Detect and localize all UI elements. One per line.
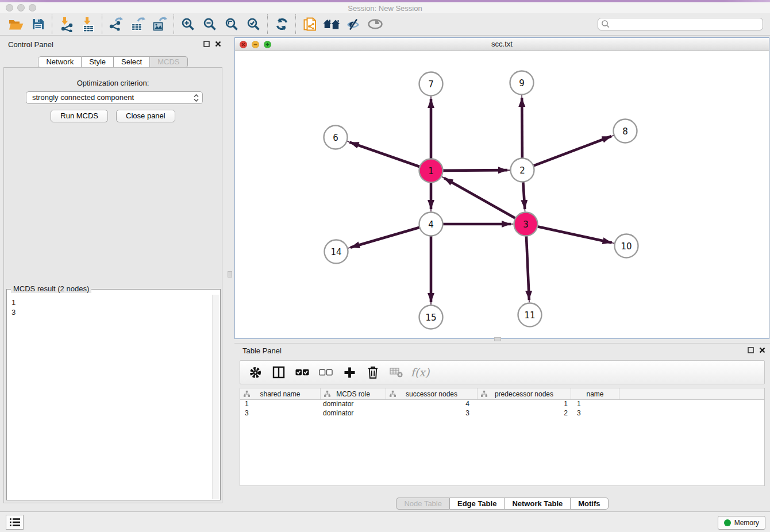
graph-edge[interactable] (444, 178, 515, 218)
show-columns-button[interactable] (272, 365, 286, 379)
memory-button[interactable]: Memory (718, 516, 765, 530)
zoom-fit-button[interactable] (222, 15, 241, 33)
node-table: shared name MCDS role successor nodes (240, 388, 765, 486)
graph-node-2[interactable]: 2 (511, 159, 534, 182)
float-panel-icon[interactable] (748, 347, 754, 353)
tab-motifs[interactable]: Motifs (571, 498, 608, 510)
close-panel-button[interactable]: Close panel (116, 110, 175, 122)
column-header-shared-name[interactable]: shared name (240, 388, 321, 399)
tab-style[interactable]: Style (82, 56, 114, 68)
select-all-button[interactable] (295, 365, 309, 379)
table-header-row[interactable]: shared name MCDS role successor nodes (240, 388, 764, 400)
mcds-result-title: MCDS result (2 nodes) (11, 284, 91, 293)
tab-network-table[interactable]: Network Table (505, 498, 571, 510)
graph-node-8[interactable]: 8 (614, 119, 637, 143)
mcds-result-group: MCDS result (2 nodes) 13 (6, 284, 221, 500)
control-panel-title: Control Panel (8, 40, 53, 49)
import-table-icon (81, 17, 95, 32)
import-network-icon (59, 17, 74, 32)
task-history-button[interactable] (6, 515, 24, 530)
table-row[interactable]: 3dominator323 (240, 409, 764, 418)
control-panel: Control Panel Network Style Select MCDS … (0, 37, 226, 506)
graph-node-6[interactable]: 6 (324, 126, 348, 149)
search-input[interactable] (610, 19, 763, 29)
hide-graphics-button[interactable] (344, 15, 363, 33)
duplicate-network-button[interactable] (301, 15, 319, 33)
close-panel-icon[interactable] (759, 347, 765, 353)
graph-edge[interactable] (442, 170, 507, 171)
criterion-select[interactable]: strongly connected component (26, 91, 203, 104)
column-header-mcds-role[interactable]: MCDS role (321, 388, 386, 399)
delete-column-button[interactable] (366, 365, 380, 379)
graph-node-9[interactable]: 9 (510, 71, 534, 95)
add-icon (344, 367, 356, 379)
graph-node-11[interactable]: 11 (518, 303, 542, 327)
show-graphics-button[interactable] (366, 15, 384, 33)
network-graph[interactable]: 7968124314101511 (235, 51, 769, 338)
graph-node-10[interactable]: 10 (615, 234, 638, 258)
table-cell[interactable]: 3 (386, 409, 478, 418)
zoom-in-button[interactable] (179, 15, 197, 33)
graph-edge[interactable] (522, 98, 522, 159)
graph-node-label: 3 (523, 219, 529, 230)
delete-table-button[interactable] (390, 365, 403, 379)
open-session-button[interactable] (7, 15, 25, 33)
tab-node-table[interactable]: Node Table (396, 498, 450, 510)
graph-edge[interactable] (533, 136, 611, 165)
table-settings-button[interactable] (248, 365, 262, 379)
graph-node-label: 7 (428, 79, 434, 90)
table-cell[interactable]: 1 (478, 400, 571, 409)
zoom-selected-button[interactable] (244, 15, 263, 33)
graph-edge[interactable] (350, 142, 420, 167)
graph-edge[interactable] (526, 236, 529, 300)
network-canvas[interactable]: 7968124314101511 (235, 51, 769, 338)
graph-edge[interactable] (537, 226, 612, 242)
table-cell[interactable]: dominator (321, 409, 386, 418)
column-header-predecessor-nodes[interactable]: predecessor nodes (478, 388, 571, 399)
tab-network[interactable]: Network (38, 56, 82, 68)
table-row[interactable]: 1dominator411 (240, 400, 764, 409)
unselect-all-button[interactable] (319, 365, 333, 379)
run-mcds-button[interactable]: Run MCDS (51, 110, 108, 122)
graph-edge[interactable] (523, 182, 525, 209)
table-cell[interactable]: dominator (321, 400, 386, 409)
home-button[interactable] (322, 15, 341, 33)
column-header-successor-nodes[interactable]: successor nodes (386, 388, 478, 399)
graph-node-15[interactable]: 15 (419, 306, 443, 329)
export-image-button[interactable] (151, 15, 169, 33)
table-cell[interactable]: 4 (386, 400, 478, 409)
search-field[interactable] (598, 18, 763, 30)
table-panel-title: Table Panel (242, 346, 282, 355)
column-header-name[interactable]: name (571, 388, 619, 399)
graph-edge[interactable] (351, 228, 419, 248)
table-cell[interactable]: 2 (478, 409, 571, 418)
add-column-button[interactable] (342, 365, 356, 379)
graph-node-1[interactable]: 1 (419, 159, 443, 183)
table-cell[interactable]: 1 (571, 400, 619, 409)
graph-node-3[interactable]: 3 (514, 213, 538, 236)
tab-select[interactable]: Select (114, 56, 150, 68)
zoom-out-button[interactable] (201, 15, 219, 33)
save-session-button[interactable] (29, 15, 47, 33)
tab-mcds[interactable]: MCDS (150, 56, 187, 68)
apply-layout-button[interactable] (272, 15, 291, 33)
export-network-button[interactable] (107, 15, 125, 33)
vertical-split-handle[interactable] (228, 271, 232, 277)
result-scrollbar[interactable] (212, 295, 220, 499)
memory-status-icon (724, 519, 731, 526)
import-table-button[interactable] (79, 15, 97, 33)
graph-node-4[interactable]: 4 (419, 213, 443, 236)
table-cell[interactable]: 3 (571, 409, 619, 418)
network-window-titlebar[interactable]: scc.txt (235, 38, 769, 51)
float-panel-icon[interactable] (203, 41, 210, 47)
close-panel-icon[interactable] (215, 41, 221, 47)
tab-edge-table[interactable]: Edge Table (450, 498, 505, 510)
graph-node-7[interactable]: 7 (419, 72, 443, 96)
table-cell[interactable]: 1 (240, 400, 321, 409)
table-cell[interactable]: 3 (240, 409, 321, 418)
export-table-button[interactable] (129, 15, 147, 33)
function-builder-button[interactable]: f(x) (413, 365, 427, 379)
graph-node-14[interactable]: 14 (325, 240, 348, 264)
horizontal-split-handle[interactable] (494, 337, 501, 341)
import-network-button[interactable] (57, 15, 75, 33)
